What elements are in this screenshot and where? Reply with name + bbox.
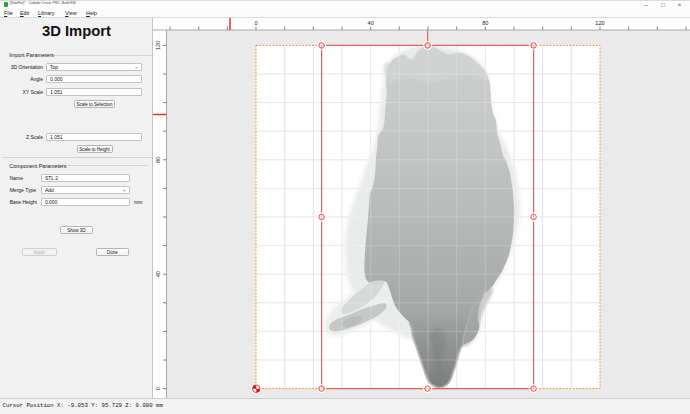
svg-text:80: 80 <box>156 157 162 163</box>
svg-text:0: 0 <box>156 387 162 390</box>
svg-text:40: 40 <box>368 20 374 26</box>
svg-text:120: 120 <box>156 41 162 50</box>
svg-text:120: 120 <box>595 20 604 26</box>
svg-text:80: 80 <box>482 20 488 26</box>
svg-text:0: 0 <box>254 20 257 26</box>
svg-text:40: 40 <box>156 271 162 277</box>
